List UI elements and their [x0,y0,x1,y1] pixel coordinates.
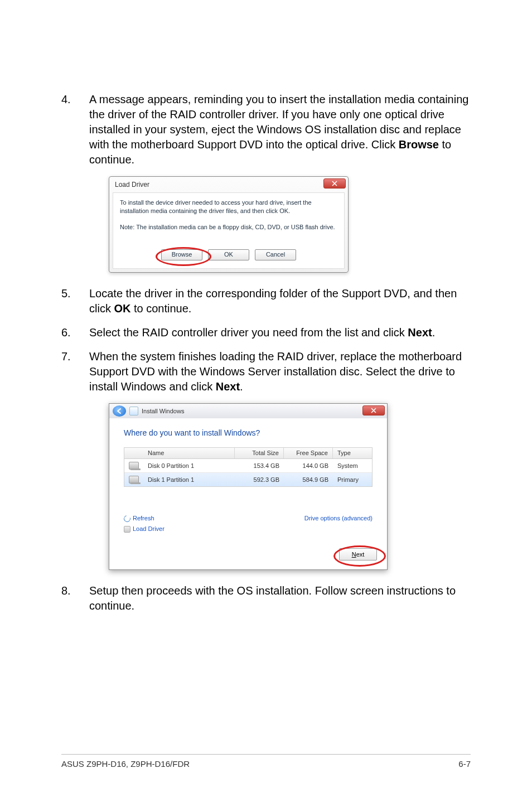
dialog-note: Note: The installation media can be a fl… [120,223,337,231]
step-text: Locate the driver in the corresponding f… [89,286,471,316]
dialog-title: Load Driver [115,181,149,189]
cancel-button[interactable]: Cancel [255,249,296,260]
partition-table: Name Total Size Free Space Type Disk 0 P… [124,447,373,487]
browse-button[interactable]: Browse [161,249,202,260]
disk-icon [129,476,139,484]
dialog-heading: Where do you want to install Windows? [124,428,373,437]
step-text: When the system finishes loading the RAI… [89,349,471,394]
refresh-link[interactable]: Refresh [124,515,165,522]
next-button[interactable]: Next [339,548,377,561]
close-button[interactable] [323,178,346,189]
load-driver-dialog: Load Driver To install the device driver… [109,176,349,273]
window-title: Install Windows [142,408,184,414]
col-header-type[interactable]: Type [333,448,372,458]
footer-left: ASUS Z9PH-D16, Z9PH-D16/FDR [61,759,190,769]
step-number: 4. [61,92,89,167]
refresh-icon [123,514,132,523]
step-text: A message appears, reminding you to inse… [89,92,471,167]
close-icon [371,408,376,413]
step-number: 6. [61,325,89,340]
close-button[interactable] [362,405,385,416]
step-number: 8. [61,583,89,613]
ok-button[interactable]: OK [208,249,249,260]
col-header-total[interactable]: Total Size [235,448,284,458]
step-number: 7. [61,349,89,394]
app-icon [129,407,138,416]
footer-right: 6-7 [458,759,471,769]
table-row[interactable]: Disk 1 Partition 1 592.3 GB 584.9 GB Pri… [124,473,372,486]
arrow-left-icon [116,408,123,414]
table-row[interactable]: Disk 0 Partition 1 153.4 GB 144.0 GB Sys… [124,459,372,472]
col-header-free[interactable]: Free Space [284,448,333,458]
col-header-name[interactable]: Name [143,448,235,458]
step-text: Select the RAID controller driver you ne… [89,325,435,340]
load-icon [124,526,130,533]
disk-icon [129,462,139,470]
back-button[interactable] [113,405,126,417]
load-driver-link[interactable]: Load Driver [124,525,165,533]
install-windows-dialog: Install Windows Where do you want to ins… [109,403,388,570]
step-number: 5. [61,286,89,316]
step-text: Setup then proceeds with the OS installa… [89,583,471,613]
drive-options-link[interactable]: Drive options (advanced) [304,515,373,521]
close-icon [332,181,337,186]
dialog-text: To install the device driver needed to a… [120,199,337,215]
